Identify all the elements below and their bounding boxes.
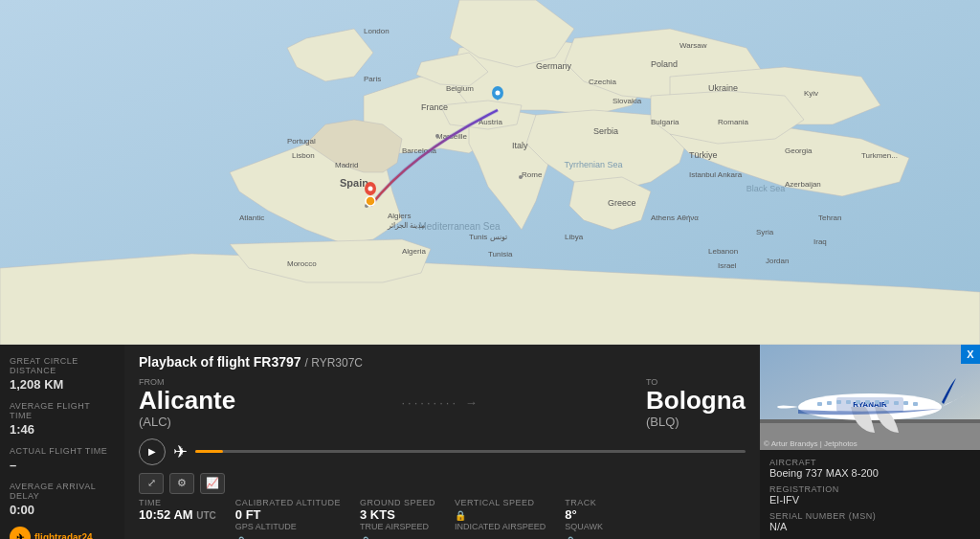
great-circle-value: 1,208 KM <box>10 377 115 392</box>
avg-flight-time-label: AVERAGE FLIGHT TIME <box>10 401 115 420</box>
speed-lock-icon: 🔒 <box>360 536 371 539</box>
svg-text:Romania: Romania <box>718 118 749 126</box>
svg-text:Rome: Rome <box>522 170 543 179</box>
svg-rect-91 <box>913 402 918 406</box>
to-code: (BLQ) <box>646 415 746 429</box>
expand-button[interactable]: ⤢ <box>139 473 164 494</box>
time-col: TIME 10:52 AM UTC <box>139 498 216 539</box>
settings-button[interactable]: ⚙ <box>169 473 194 494</box>
svg-text:Algiers: Algiers <box>388 212 411 220</box>
svg-text:Tyrrhenian Sea: Tyrrhenian Sea <box>564 160 622 169</box>
registration-label: REGISTRATION <box>769 484 970 494</box>
svg-text:Madrid: Madrid <box>335 161 358 169</box>
progress-bar-fill <box>195 450 223 453</box>
time-value: 10:52 AM UTC <box>139 507 216 522</box>
ground-speed-col: GROUND SPEED 3 KTS TRUE AIRSPEED 🔒 <box>360 498 435 539</box>
play-button[interactable]: ▶ <box>139 438 166 465</box>
track-value: 8° <box>565 507 632 522</box>
svg-text:Tunis تونس: Tunis تونس <box>469 233 507 241</box>
close-button[interactable]: X <box>961 345 980 364</box>
registration-value: EI-IFV <box>769 494 970 505</box>
svg-text:Jordan: Jordan <box>766 257 789 265</box>
actual-flight-time-value: – <box>10 458 115 472</box>
svg-text:Italy: Italy <box>512 141 528 150</box>
aircraft-panel: X <box>760 345 980 539</box>
vertical-speed-label: VERTICAL SPEED <box>455 498 546 507</box>
route-dots: ········· → <box>245 395 636 410</box>
route-row: FROM Alicante (ALC) ········· → TO Bolog… <box>139 377 746 429</box>
ground-speed-label: GROUND SPEED <box>360 498 435 507</box>
track-lock-icon: 🔒 <box>565 536 576 539</box>
controls-row: ▶ ✈ <box>139 438 746 465</box>
svg-rect-85 <box>856 400 860 404</box>
svg-text:Ukraine: Ukraine <box>708 83 738 93</box>
control-icons-row: ⤢ ⚙ 📈 <box>139 473 746 494</box>
from-city: Alicante <box>139 387 235 415</box>
svg-rect-81 <box>817 402 822 406</box>
svg-text:Mediterranean Sea: Mediterranean Sea <box>418 221 500 232</box>
chart-button[interactable]: 📈 <box>200 473 225 494</box>
to-block: TO Bologna (BLQ) <box>646 377 746 429</box>
svg-point-65 <box>435 134 439 138</box>
svg-text:Germany: Germany <box>536 61 572 71</box>
squawk-label: SQUAWK <box>565 522 632 531</box>
svg-text:Türkiye: Türkiye <box>689 150 718 160</box>
progress-bar[interactable] <box>195 450 746 453</box>
arrow-right: → <box>465 395 480 410</box>
calibrated-alt-label: CALIBRATED ALTITUDE <box>235 498 341 507</box>
map-area[interactable]: Mediterranean Sea Tyrrhenian Sea Black S… <box>0 0 980 345</box>
avg-flight-time-value: 1:46 <box>10 422 115 437</box>
svg-text:Kyiv: Kyiv <box>804 89 818 98</box>
svg-text:Warsaw: Warsaw <box>679 41 707 50</box>
svg-point-72 <box>496 91 501 96</box>
svg-text:Portugal: Portugal <box>287 137 316 146</box>
from-block: FROM Alicante (ALC) <box>139 377 235 429</box>
track-label: TRACK <box>565 498 632 507</box>
svg-text:France: France <box>421 102 448 112</box>
msn-row: SERIAL NUMBER (MSN) N/A <box>769 511 970 532</box>
svg-point-69 <box>368 187 373 191</box>
msn-value: N/A <box>769 521 970 532</box>
track-col: TRACK 8° SQUAWK 🔒 <box>565 498 632 539</box>
calibrated-alt-sub: GPS ALTITUDE <box>235 522 341 531</box>
svg-rect-90 <box>903 401 908 405</box>
vertical-speed-col: VERTICAL SPEED 🔒 INDICATED AIRSPEED <box>455 498 546 539</box>
bottom-panel: GREAT CIRCLE DISTANCE 1,208 KM AVERAGE F… <box>0 345 980 539</box>
vertical-speed-sub: INDICATED AIRSPEED <box>455 522 546 531</box>
data-row: TIME 10:52 AM UTC CALIBRATED ALTITUDE 0 … <box>139 498 746 539</box>
svg-text:Serbia: Serbia <box>593 126 618 136</box>
flightradar-logo: ✈ flightradar24 <box>10 527 115 539</box>
svg-rect-87 <box>875 400 880 404</box>
to-city: Bologna <box>646 387 746 415</box>
svg-text:Paris: Paris <box>364 75 381 83</box>
utc-label: UTC <box>196 510 216 521</box>
svg-text:Lisbon: Lisbon <box>292 151 315 160</box>
svg-rect-82 <box>827 401 832 405</box>
left-stats: GREAT CIRCLE DISTANCE 1,208 KM AVERAGE F… <box>0 345 124 539</box>
fr-logo-icon: ✈ <box>10 527 31 539</box>
svg-text:Istanbul Ankara: Istanbul Ankara <box>689 170 743 179</box>
plane-icon: ✈ <box>173 441 188 462</box>
svg-text:Azerbaijan: Azerbaijan <box>785 180 821 189</box>
svg-text:Slovakia: Slovakia <box>612 97 642 105</box>
svg-text:Spain: Spain <box>340 177 368 189</box>
svg-rect-86 <box>865 400 870 404</box>
actual-flight-time-stat: ACTUAL FLIGHT TIME – <box>10 446 115 472</box>
actual-flight-time-label: ACTUAL FLIGHT TIME <box>10 446 115 456</box>
fr-logo-text: flightradar24 <box>34 532 93 540</box>
svg-text:Greece: Greece <box>608 198 636 208</box>
avg-arrival-delay-label: AVERAGE ARRIVAL DELAY <box>10 482 115 501</box>
callsign: RYR307C <box>311 356 363 370</box>
svg-text:Bulgaria: Bulgaria <box>651 118 679 126</box>
svg-text:مدينة الجزائر: مدينة الجزائر <box>387 221 425 230</box>
svg-rect-84 <box>846 400 851 404</box>
time-text: 10:52 AM <box>139 507 193 522</box>
aircraft-details: AIRCRAFT Boeing 737 MAX 8-200 REGISTRATI… <box>760 450 980 539</box>
svg-text:Tehran: Tehran <box>818 213 841 222</box>
aircraft-image: RYANAIR © Artur Brandys | Jetphotos <box>760 345 980 450</box>
svg-text:Lebanon: Lebanon <box>708 247 738 256</box>
avg-flight-time-stat: AVERAGE FLIGHT TIME 1:46 <box>10 401 115 437</box>
svg-text:Atlantic: Atlantic <box>239 213 264 222</box>
time-label: TIME <box>139 498 216 507</box>
great-circle-stat: GREAT CIRCLE DISTANCE 1,208 KM <box>10 356 115 392</box>
